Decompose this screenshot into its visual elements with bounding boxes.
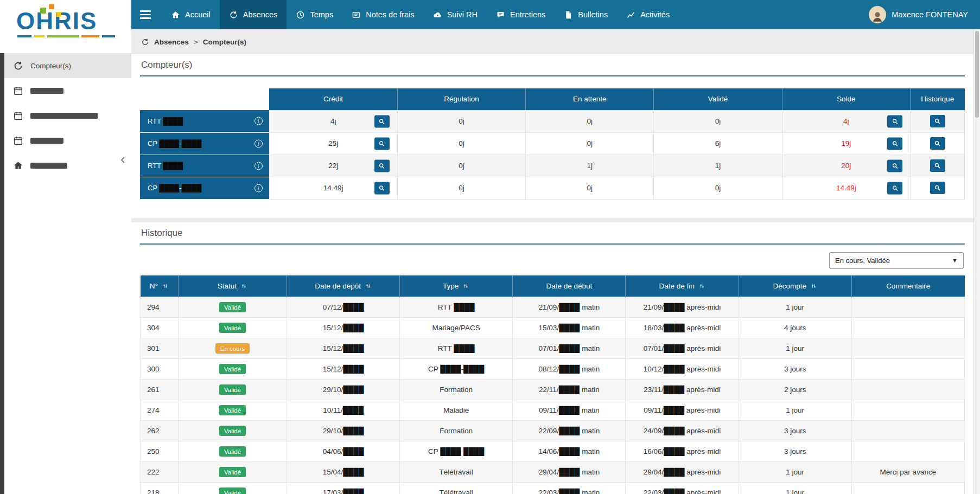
redacted-text: ████ <box>664 468 684 476</box>
request-type: Formation <box>400 380 513 400</box>
sidebar-item-redacted-2[interactable] <box>4 103 131 128</box>
calendar-icon <box>13 111 23 121</box>
balance-detail-button[interactable] <box>887 115 902 127</box>
redacted-text: ████ <box>440 365 461 373</box>
counter-validated: 0j <box>654 110 782 132</box>
sidebar: OHRIS Compteur(s) <box>0 0 131 494</box>
request-count: 1 jour <box>739 462 851 483</box>
request-comment <box>851 359 964 380</box>
user-menu[interactable]: Maxence FONTENAY <box>869 6 980 23</box>
request-comment <box>851 380 964 400</box>
history-row: 301En cours15/12/████RTT ████07/01/████ … <box>141 338 965 359</box>
info-icon[interactable]: i <box>254 117 263 125</box>
counter-label: CP ████-████i <box>140 177 269 199</box>
calendar-icon <box>13 86 23 96</box>
redacted-text: ████ <box>664 489 684 494</box>
nav-item-suivi-rh[interactable]: Suivi RH <box>424 0 487 29</box>
credit-detail-button[interactable] <box>374 182 390 194</box>
counter-balance: 19j <box>782 132 910 155</box>
hist-col-type[interactable]: Type <box>400 275 513 297</box>
redacted-label <box>30 113 98 119</box>
history-row: 294Validé07/12/████RTT ████21/09/████ ma… <box>141 297 965 318</box>
menu-icon[interactable] <box>140 10 151 19</box>
history-detail-button[interactable] <box>930 115 945 127</box>
history-section: Historique En cours, Validée ▼ N°StatutD… <box>131 222 973 494</box>
nav-item-accueil[interactable]: Accueil <box>162 0 220 29</box>
scrollbar-thumb[interactable] <box>975 31 979 118</box>
nav-item-bulletins[interactable]: Bulletins <box>555 0 617 29</box>
redacted-text: ████ <box>343 344 364 352</box>
hist-col-date-de-depot[interactable]: Date de dépôt <box>287 275 400 297</box>
redacted-text: ████ <box>343 468 364 476</box>
sidebar-item-redacted-3[interactable] <box>4 128 131 153</box>
balance-detail-button[interactable] <box>887 182 902 194</box>
request-start-date: 22/09/████ matin <box>513 421 626 441</box>
sidebar-item-label: Compteur(s) <box>30 62 71 70</box>
redacted-text: ████ <box>343 386 364 394</box>
history-detail-button[interactable] <box>930 159 945 172</box>
sidebar-item-redacted-1[interactable] <box>4 78 131 103</box>
redacted-text: ████ <box>159 139 179 147</box>
redacted-text: ████ <box>559 303 580 311</box>
nav-item-activites[interactable]: Activités <box>617 0 679 29</box>
sort-icon <box>162 283 169 290</box>
request-deposit-date: 17/03/████ <box>287 483 400 494</box>
status-badge: Validé <box>219 364 246 374</box>
counter-regulation: 0j <box>397 155 525 177</box>
sidebar-collapse-button[interactable] <box>118 155 128 165</box>
balance-detail-button[interactable] <box>887 137 902 150</box>
hist-col-decompte[interactable]: Décompte <box>739 275 851 297</box>
counters-section: Compteur(s) CréditRégulationEn attenteVa… <box>131 54 973 218</box>
redacted-text: ████ <box>559 447 580 455</box>
request-comment: Merci par avance <box>851 462 964 483</box>
redacted-text: ████ <box>440 447 461 455</box>
sort-icon <box>698 283 705 290</box>
request-deposit-date: 29/10/████ <box>287 421 400 441</box>
status-filter-select[interactable]: En cours, Validée ▼ <box>829 252 964 269</box>
status-badge: Validé <box>219 405 246 415</box>
request-comment <box>851 297 964 318</box>
nav-item-entretiens[interactable]: Entretiens <box>487 0 555 29</box>
counter-credit: 22j <box>269 155 397 177</box>
request-number: 262 <box>141 421 179 441</box>
breadcrumb-absences[interactable]: Absences <box>154 38 189 46</box>
request-type: Formation <box>400 421 513 441</box>
redacted-text: ████ <box>559 468 580 476</box>
credit-detail-button[interactable] <box>374 115 390 127</box>
request-status: Validé <box>179 380 287 400</box>
info-icon[interactable]: i <box>254 162 263 170</box>
request-number: 250 <box>141 441 179 462</box>
nav-item-notes-de-frais[interactable]: Notes de frais <box>342 0 423 29</box>
status-badge: Validé <box>219 384 246 395</box>
redacted-text: ████ <box>559 489 580 494</box>
balance-detail-button[interactable] <box>887 159 902 172</box>
counter-balance: 14.49j <box>782 177 910 199</box>
hist-col-date-de-fin[interactable]: Date de fin <box>626 275 739 297</box>
sidebar-item-redacted-4[interactable] <box>4 153 131 178</box>
nav-item-label: Activités <box>640 10 670 19</box>
history-detail-button[interactable] <box>930 137 945 150</box>
sidebar-item-compteur-s[interactable]: Compteur(s) <box>4 53 131 78</box>
history-detail-button[interactable] <box>930 182 945 194</box>
hist-col-statut[interactable]: Statut <box>179 275 287 297</box>
redacted-text: ████ <box>664 406 684 414</box>
nav-item-absences[interactable]: Absences <box>220 0 287 29</box>
counter-balance: 4j <box>782 110 910 132</box>
info-icon[interactable]: i <box>254 184 263 192</box>
nav-item-label: Bulletins <box>578 10 608 19</box>
redacted-text: ████ <box>559 324 580 332</box>
request-end-date: 21/09/████ après-midi <box>626 297 739 318</box>
scrollbar[interactable] <box>973 29 980 494</box>
redacted-text: ████ <box>463 365 484 373</box>
nav-item-temps[interactable]: Temps <box>287 0 342 29</box>
redacted-text: ████ <box>664 365 684 373</box>
counter-history <box>911 110 965 132</box>
home-icon <box>171 10 180 20</box>
brand-logo[interactable]: OHRIS <box>0 0 131 53</box>
redacted-text: ████ <box>343 365 364 373</box>
status-badge: Validé <box>219 302 246 312</box>
credit-detail-button[interactable] <box>374 159 390 172</box>
credit-detail-button[interactable] <box>374 137 390 150</box>
info-icon[interactable]: i <box>254 139 263 147</box>
hist-col-n[interactable]: N° <box>141 275 179 297</box>
